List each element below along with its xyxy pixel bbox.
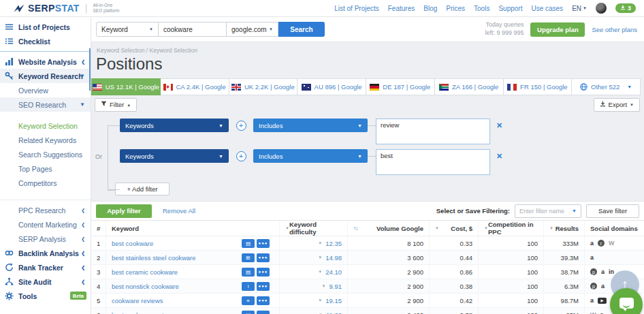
upgrade-plan-button[interactable]: Upgrade plan <box>530 22 585 37</box>
more-options-icon[interactable]: ●●● <box>257 296 270 305</box>
sidebar-item-list-of-projects[interactable]: List of Projects <box>0 20 91 34</box>
more-options-icon[interactable]: ●●● <box>257 253 270 262</box>
top-nav-link-prices[interactable]: Prices <box>446 5 465 12</box>
sidebar-item-keyword-selection[interactable]: Keyword Selection <box>0 119 91 133</box>
filter-name-select[interactable]: Enter filter name ▼ <box>515 204 581 218</box>
linkedin-icon[interactable]: in <box>609 269 614 275</box>
sidebar-item-keyword-research[interactable]: Keyword Research▼ <box>0 69 91 83</box>
filter-operator-select[interactable]: Includes▼ <box>253 149 368 163</box>
tab-us[interactable]: US 12.1K | Google <box>91 78 161 95</box>
column-header-cost[interactable]: ▼Cost, $ <box>430 221 479 236</box>
top-nav-link-list-of-projects[interactable]: List of Projects <box>334 5 379 12</box>
column-header-volume[interactable]: ↑↓Volume Google <box>348 221 430 236</box>
chevron-down-icon[interactable]: ▼ <box>322 284 326 288</box>
keyword-link[interactable]: cookware reviews <box>112 297 242 304</box>
sidebar-item-ppc-research[interactable]: PPC Research❮ <box>0 203 91 217</box>
tab-au[interactable]: AU 896 | Google <box>297 78 366 95</box>
amazon-icon[interactable]: a <box>601 269 605 275</box>
pinterest-icon[interactable]: p <box>590 268 597 275</box>
save-filter-button[interactable]: Save filter <box>586 204 639 218</box>
filter-chevron-icon[interactable]: ▼ <box>435 226 439 230</box>
chevron-down-icon[interactable]: ▼ <box>318 241 322 245</box>
amazon-icon[interactable]: a <box>590 298 594 304</box>
filter-value-textarea[interactable] <box>376 119 490 144</box>
filter-value-textarea[interactable] <box>376 149 490 175</box>
difficulty-value[interactable]: 9.91 <box>329 283 342 290</box>
keyword-link[interactable]: best cookware set <box>112 311 242 314</box>
remove-all-link[interactable]: Remove All <box>163 207 195 215</box>
wikipedia-icon[interactable]: W <box>609 240 615 247</box>
youtube-icon[interactable]: ▶ <box>598 298 607 304</box>
avatar[interactable] <box>596 3 607 14</box>
keyword-link[interactable]: best ceramic cookware <box>112 268 242 276</box>
chevron-down-icon[interactable]: ▼ <box>318 298 322 302</box>
apply-filter-button[interactable]: Apply filter <box>96 204 152 218</box>
sort-icon[interactable]: ↑↓ <box>353 225 357 232</box>
add-condition-icon[interactable]: + <box>236 151 246 161</box>
serp-feature-info-icon[interactable]: i <box>242 282 255 291</box>
top-nav-link-blog[interactable]: Blog <box>423 5 437 12</box>
filter-field-select[interactable]: Keywords▼ <box>120 119 229 132</box>
sidebar-item-website-analysis[interactable]: Website Analysis❮ <box>0 54 91 69</box>
filter-chevron-icon[interactable]: ▼ <box>549 226 553 230</box>
tab-fr[interactable]: FR 150 | Google <box>503 78 573 95</box>
see-other-plans-link[interactable]: See other plans <box>592 26 637 33</box>
column-header-results[interactable]: ▼Results <box>544 221 585 236</box>
search-type-select[interactable]: Keyword▼ <box>96 22 159 37</box>
filter-operator-select[interactable]: Includes▼ <box>253 119 368 132</box>
add-filter-button[interactable]: + Add filter <box>115 183 170 195</box>
more-options-icon[interactable]: ●●● <box>257 311 270 314</box>
sidebar-item-rank-tracker[interactable]: Rank Tracker❮ <box>0 260 91 274</box>
top-nav-link-use-cases[interactable]: Use cases <box>531 5 563 12</box>
remove-filter-icon[interactable]: ✕ <box>496 152 502 161</box>
tab-de[interactable]: DE 187 | Google <box>366 78 435 95</box>
add-condition-icon[interactable]: + <box>236 121 246 131</box>
serpstat-logo[interactable]: SERPSTAT | All-in-OneSEO platform <box>14 3 119 14</box>
credits-badge[interactable]: 3 <box>615 3 636 13</box>
difficulty-value[interactable]: 11.00 <box>326 311 342 314</box>
language-selector[interactable]: EN▼ <box>572 5 587 12</box>
sidebar-item-search-suggestions[interactable]: Search Suggestions <box>0 147 91 161</box>
difficulty-value[interactable]: 24.10 <box>325 268 342 276</box>
more-options-icon[interactable]: ●●● <box>257 282 270 291</box>
top-nav-link-tools[interactable]: Tools <box>474 5 489 12</box>
chevron-down-icon[interactable]: ▼ <box>318 270 322 274</box>
tab-globe[interactable]: Other 522▼ <box>571 78 641 95</box>
tab-ca[interactable]: CA 2.4K | Google <box>160 78 229 95</box>
sidebar-item-seo-research[interactable]: SEO Research▼ <box>0 97 91 112</box>
amazon-icon[interactable]: a <box>590 240 594 247</box>
top-nav-link-features[interactable]: Features <box>388 5 415 12</box>
top-nav-link-support[interactable]: Support <box>498 5 522 12</box>
sidebar-item-overview[interactable]: Overview <box>0 83 91 97</box>
difficulty-value[interactable]: 14.98 <box>325 254 342 262</box>
sidebar-item-top-pages[interactable]: Top Pages <box>0 161 91 176</box>
scrollbar-thumb[interactable] <box>89 48 91 91</box>
filter-toggle-button[interactable]: Filter ▲ <box>95 98 137 112</box>
export-button[interactable]: Export ▼ <box>594 98 640 112</box>
search-input[interactable] <box>159 22 227 37</box>
more-options-icon[interactable]: ●●● <box>257 268 270 277</box>
amazon-icon[interactable]: a <box>590 255 594 261</box>
more-options-icon[interactable]: ●●● <box>257 239 270 248</box>
sidebar-item-related-keywords[interactable]: Related Keywords <box>0 133 91 147</box>
serp-feature-shopping-icon[interactable]: ▣ <box>242 311 255 314</box>
sidebar-item-tools[interactable]: ToolsBeta <box>0 289 91 303</box>
column-header-difficulty[interactable]: ▼Keyword difficulty <box>280 221 348 236</box>
tab-za[interactable]: ZA 166 | Google <box>434 78 504 95</box>
serp-feature-list-icon[interactable]: ≡ <box>242 296 255 305</box>
wikipedia-icon[interactable]: W <box>590 312 596 314</box>
amazon-icon[interactable]: a <box>601 283 605 289</box>
sidebar-item-backlink-analysis[interactable]: Backlink Analysis❮ <box>0 246 91 260</box>
search-engine-select[interactable]: google.com▼ <box>227 22 278 37</box>
chevron-down-icon[interactable]: ▼ <box>318 255 322 260</box>
difficulty-value[interactable]: 12.35 <box>325 240 342 247</box>
serp-feature-snippet-icon[interactable]: ▤ <box>242 239 255 248</box>
tab-gb[interactable]: UK 2.2K | Google <box>229 78 298 95</box>
keyword-link[interactable]: best nonstick cookware <box>112 283 242 290</box>
difficulty-value[interactable]: 19.15 <box>325 297 342 304</box>
sidebar-item-serp-analysis[interactable]: SERP Analysis❮ <box>0 232 91 246</box>
column-header-competition[interactable]: ▼Competition in PPC <box>479 221 544 236</box>
serp-feature-snippet-icon[interactable]: ▤ <box>242 268 255 277</box>
sidebar-item-content-marketing[interactable]: Content Marketing❮ <box>0 217 91 232</box>
amazon-icon[interactable]: a <box>600 312 604 314</box>
